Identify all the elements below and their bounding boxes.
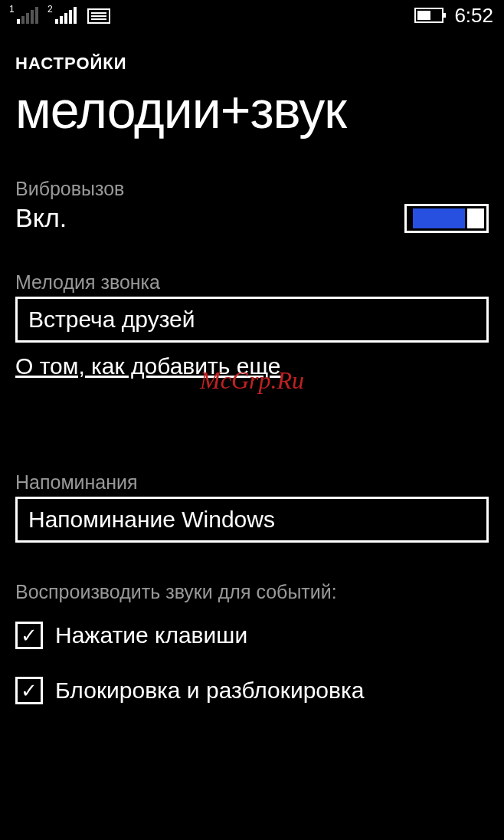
status-bar: 1 2 [0,0,504,31]
status-left: 1 2 [11,7,110,24]
vibrate-value: Вкл. [15,203,67,233]
keypress-checkbox-row[interactable]: ✓ Нажатие клавиши [15,622,489,649]
breadcrumb: НАСТРОЙКИ [15,54,489,74]
signal-sim1-icon: 1 [11,7,38,24]
ringtone-label: Мелодия звонка [15,271,489,294]
add-more-link[interactable]: О том, как добавить еще [15,353,280,379]
checkbox-checked-icon: ✓ [15,677,43,704]
reminders-label: Напоминания [15,471,489,494]
reminders-select[interactable]: Напоминание Windows [15,497,489,543]
battery-icon [414,8,443,23]
signal-sim2-icon: 2 [49,7,77,24]
status-right: 6:52 [414,4,493,28]
message-icon [87,8,110,24]
lock-checkbox-row[interactable]: ✓ Блокировка и разблокировка [15,677,489,704]
vibrate-toggle[interactable] [404,204,489,233]
page-title: мелодии+звук [15,80,489,139]
checkbox-checked-icon: ✓ [15,622,43,649]
lock-label: Блокировка и разблокировка [55,678,364,704]
keypress-label: Нажатие клавиши [55,622,247,648]
ringtone-select[interactable]: Встреча друзей [15,297,489,343]
events-label: Воспроизводить звуки для событий: [15,581,489,603]
vibrate-label: Вибровызов [15,178,489,200]
vibrate-toggle-row: Вкл. [15,203,489,233]
clock: 6:52 [454,4,493,28]
